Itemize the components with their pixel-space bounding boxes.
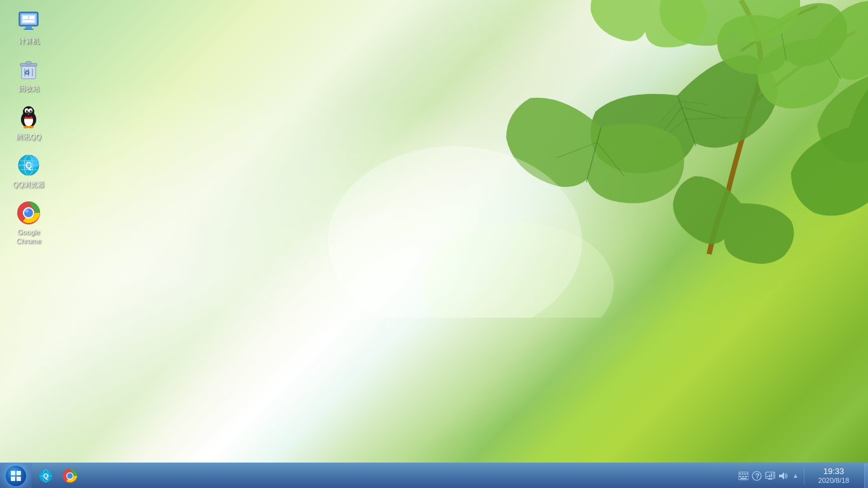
help-tray-icon[interactable]: ? (751, 470, 763, 482)
svg-text:♻: ♻ (24, 69, 30, 76)
svg-rect-71 (745, 476, 747, 477)
svg-rect-72 (740, 478, 747, 479)
start-button[interactable] (0, 463, 32, 489)
clock-date: 2020/8/18 (818, 477, 850, 485)
clock-time: 19:33 (824, 466, 844, 477)
taskbar-item-chrome[interactable] (58, 465, 81, 487)
taskbar-items: Q (32, 465, 738, 487)
qq-icon-label: 腾讯QQ (16, 132, 41, 141)
svg-point-31 (23, 106, 34, 118)
svg-rect-78 (769, 475, 770, 477)
clock-area[interactable]: 19:33 2020/8/18 (808, 466, 859, 485)
svg-text:?: ? (756, 472, 760, 480)
svg-rect-53 (11, 471, 15, 475)
svg-rect-38 (24, 117, 33, 119)
svg-point-36 (27, 110, 27, 111)
svg-rect-70 (742, 476, 744, 477)
svg-rect-66 (742, 473, 743, 475)
svg-rect-19 (23, 16, 28, 19)
taskbar-qq-browser-icon: Q (37, 468, 54, 484)
desktop-icon-computer[interactable]: 计算机 (6, 6, 51, 48)
svg-rect-79 (771, 473, 772, 477)
show-desktop-button[interactable] (864, 463, 868, 489)
recycle-bin-icon: ♻ (16, 57, 41, 82)
svg-point-52 (25, 209, 29, 213)
desktop-icon-qq-browser[interactable]: Q QQ浏览器 (6, 150, 51, 191)
svg-rect-56 (17, 477, 21, 481)
recycle-bin-icon-label: 回收站 (18, 84, 39, 93)
windows-orb (6, 466, 26, 486)
svg-rect-54 (17, 471, 21, 475)
desktop-icon-chrome[interactable]: GoogleChrome (6, 198, 51, 248)
network-tray-icon[interactable] (764, 470, 776, 482)
svg-rect-17 (24, 29, 34, 30)
chrome-icon (16, 200, 41, 226)
qq-browser-icon: Q (16, 152, 41, 178)
svg-rect-21 (23, 20, 34, 22)
qq-icon (16, 105, 41, 130)
system-tray: ? (738, 466, 864, 485)
desktop: 计算机 ♻ 回收站 (0, 0, 868, 463)
svg-rect-80 (773, 472, 774, 477)
desktop-icon-qq[interactable]: 腾讯QQ (6, 102, 51, 144)
tray-divider (804, 467, 804, 485)
svg-rect-55 (11, 477, 15, 481)
svg-rect-69 (739, 476, 742, 477)
svg-rect-68 (747, 473, 748, 475)
svg-marker-81 (779, 472, 784, 480)
svg-rect-20 (29, 16, 34, 19)
wallpaper-leaves (296, 0, 868, 318)
computer-icon-label: 计算机 (18, 36, 39, 45)
taskbar-chrome-icon (62, 468, 78, 484)
svg-point-37 (31, 110, 31, 111)
computer-icon (16, 9, 41, 34)
svg-rect-67 (744, 473, 746, 475)
svg-rect-76 (768, 478, 772, 480)
desktop-icon-recycle-bin[interactable]: ♻ 回收站 (6, 54, 51, 95)
svg-point-40 (29, 126, 34, 128)
tray-icons: ? (738, 470, 800, 482)
volume-tray-icon[interactable] (778, 470, 789, 482)
svg-rect-77 (767, 476, 768, 477)
svg-rect-65 (739, 473, 741, 475)
keyboard-tray-icon[interactable] (738, 470, 749, 482)
svg-rect-27 (26, 62, 31, 64)
chrome-icon-label: GoogleChrome (16, 227, 41, 246)
desktop-icons: 计算机 ♻ 回收站 (6, 6, 51, 248)
taskbar-item-qq-browser[interactable]: Q (34, 465, 57, 487)
svg-text:Q: Q (43, 472, 48, 479)
qq-browser-icon-label: QQ浏览器 (13, 180, 44, 189)
notification-chevron[interactable]: ▲ (791, 472, 800, 479)
svg-point-39 (24, 126, 29, 128)
taskbar: Q (0, 463, 868, 488)
svg-rect-16 (25, 26, 32, 29)
